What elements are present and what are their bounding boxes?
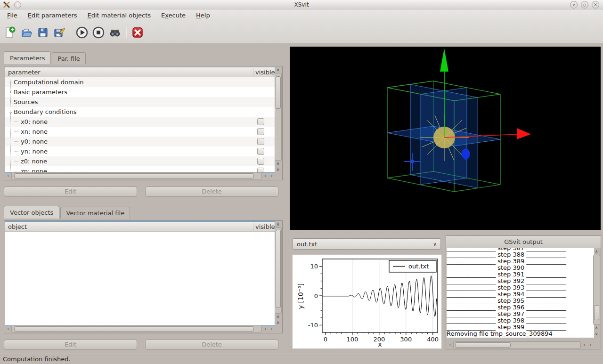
scroll-up-icon[interactable]: ∧	[593, 249, 600, 255]
param-row-xn-none[interactable]: xn: none	[5, 127, 275, 137]
param-label: Sources	[14, 98, 275, 105]
param-row-x0-none[interactable]: x0: none	[5, 117, 275, 127]
titlebar: XSvit ∨◇✕	[0, 0, 603, 9]
stop-button[interactable]	[91, 25, 106, 40]
scroll-left-icon[interactable]: ‹	[262, 172, 269, 178]
param-row-z0-none[interactable]: z0: none	[5, 156, 275, 166]
scroll-up-icon[interactable]: ∧	[275, 161, 281, 167]
open-file-button[interactable]	[19, 25, 33, 40]
chevron-down-icon: ∨	[433, 241, 437, 247]
parameter-rows: ›Computational domain›Basic parameters›S…	[5, 77, 275, 173]
scroll-down-icon[interactable]: ∨	[275, 320, 281, 326]
column-object: object	[5, 223, 253, 230]
close-button[interactable]: ✕	[592, 1, 599, 8]
parameter-tree-panel: parameter visible ›Computational domain›…	[4, 66, 283, 180]
find-button[interactable]	[108, 25, 122, 40]
scroll-up-icon[interactable]: ∧	[593, 325, 600, 331]
gsvit-output-log: ________________ step 387 ______________…	[447, 248, 594, 338]
scroll-down-icon[interactable]: ∨	[275, 167, 281, 173]
scroll-right-icon[interactable]: ›	[587, 341, 594, 348]
visible-checkbox[interactable]	[257, 128, 264, 135]
object-list-viewport: object visible	[5, 221, 275, 326]
column-visible: visible	[253, 69, 275, 76]
param-row-basic-parameters[interactable]: ›Basic parameters	[5, 87, 275, 97]
save-file-icon	[37, 26, 49, 39]
param-row-yn-none[interactable]: yn: none	[5, 146, 275, 156]
save-file-button[interactable]	[36, 25, 50, 40]
menu-edit-parameters[interactable]: Edit parameters	[23, 10, 82, 20]
param-row-boundary-conditions[interactable]: ⌄Boundary conditions	[5, 107, 275, 117]
param-row-sources[interactable]: ›Sources	[5, 97, 275, 107]
scroll-right-icon[interactable]: ›	[269, 325, 275, 332]
scroll-right-icon[interactable]: ›	[269, 172, 275, 178]
binoculars-icon	[108, 26, 122, 39]
scroll-left-icon[interactable]: ‹	[5, 172, 11, 178]
param-label: z0: none	[21, 158, 257, 165]
svg-text:-10: -10	[308, 322, 318, 329]
tab-parameters[interactable]: Parameters	[4, 51, 51, 64]
svg-text:0: 0	[324, 336, 327, 343]
menu-file[interactable]: File	[2, 10, 23, 20]
new-file-button[interactable]	[3, 25, 17, 40]
param-row-y0-none[interactable]: y0: none	[5, 137, 275, 146]
log-line: Removing file tmp_source_309894	[447, 331, 594, 337]
gsvit-vscrollbar[interactable]: ∧ ∧ ∨	[593, 249, 600, 337]
param-row-computational-domain[interactable]: ›Computational domain	[5, 77, 275, 87]
scroll-left-icon[interactable]: ‹	[581, 341, 587, 348]
open-file-icon	[20, 26, 33, 39]
quit-button[interactable]	[130, 25, 145, 40]
save-as-button[interactable]	[52, 25, 66, 40]
svg-text:out.txt: out.txt	[408, 263, 429, 270]
save-as-icon	[53, 26, 65, 39]
parameter-list-header: parameter visible	[5, 67, 275, 77]
window-menu-button[interactable]	[14, 1, 21, 8]
scroll-up-icon[interactable]: ∧	[275, 314, 281, 320]
scroll-up-icon[interactable]: ∧	[275, 221, 281, 227]
param-label: x0: none	[21, 118, 257, 125]
param-label: y0: none	[21, 138, 257, 145]
param-label: yn: none	[21, 148, 257, 155]
edit-parameter-button[interactable]: Edit	[4, 186, 137, 197]
menu-help[interactable]: Help	[191, 10, 215, 20]
visible-checkbox[interactable]	[257, 148, 264, 155]
scroll-down-icon[interactable]: ∨	[593, 331, 600, 337]
gsvit-hscrollbar[interactable]: ‹ ‹ ›	[447, 341, 594, 348]
scroll-left-icon[interactable]: ‹	[5, 325, 11, 332]
visible-checkbox[interactable]	[257, 118, 264, 125]
scroll-up-icon[interactable]: ∧	[275, 67, 281, 73]
parameter-hscrollbar[interactable]: ‹ ‹ ›	[5, 172, 275, 179]
delete-parameter-button[interactable]: Delete	[145, 186, 278, 197]
gsvit-output-title: GSvit output	[446, 236, 601, 248]
3d-scene-view[interactable]	[290, 47, 601, 230]
stop-icon	[92, 26, 105, 39]
delete-object-button[interactable]: Delete	[145, 340, 278, 350]
minimize-button[interactable]: ∨	[570, 1, 578, 8]
visible-checkbox[interactable]	[257, 158, 264, 165]
visible-checkbox[interactable]	[257, 138, 264, 145]
log-line: ________________ step 389 _____________	[447, 258, 594, 265]
parameters-tabrow: ParametersPar. file	[4, 51, 87, 64]
svg-text:100: 100	[346, 336, 358, 343]
new-file-icon	[4, 26, 16, 39]
object-vscrollbar[interactable]: ∧ ∧ ∨	[275, 221, 282, 326]
column-parameter: parameter	[5, 69, 253, 76]
output-file-select[interactable]: out.txt ∨	[293, 238, 441, 250]
tab-vector-objects[interactable]: Vector objects	[4, 206, 59, 218]
param-row-zn-none[interactable]: zn: none	[5, 166, 275, 173]
object-hscrollbar[interactable]: ‹ ‹ ›	[5, 325, 275, 332]
tab-vector-material-file[interactable]: Vector material file	[60, 207, 130, 218]
scroll-left-icon[interactable]: ‹	[262, 325, 269, 332]
log-line: ________________ step 393 _____________	[447, 284, 594, 291]
menu-execute[interactable]: Execute	[156, 10, 191, 20]
edit-object-button[interactable]: Edit	[4, 340, 137, 350]
log-line: ________________ step 397 _____________	[447, 311, 594, 317]
xsvit-window: XSvit ∨◇✕ FileEdit parametersEdit materi…	[0, 0, 603, 364]
maximize-button[interactable]: ◇	[581, 1, 588, 8]
parameter-vscrollbar[interactable]: ∧ ∧ ∨	[275, 67, 282, 173]
tab-par-file[interactable]: Par. file	[52, 52, 85, 64]
window-title: XSvit	[294, 1, 309, 8]
menu-edit-material-objects[interactable]: Edit material objects	[82, 10, 156, 20]
run-button[interactable]	[75, 25, 89, 40]
scroll-left-icon[interactable]: ‹	[447, 341, 453, 348]
param-label: Computational domain	[14, 79, 275, 86]
